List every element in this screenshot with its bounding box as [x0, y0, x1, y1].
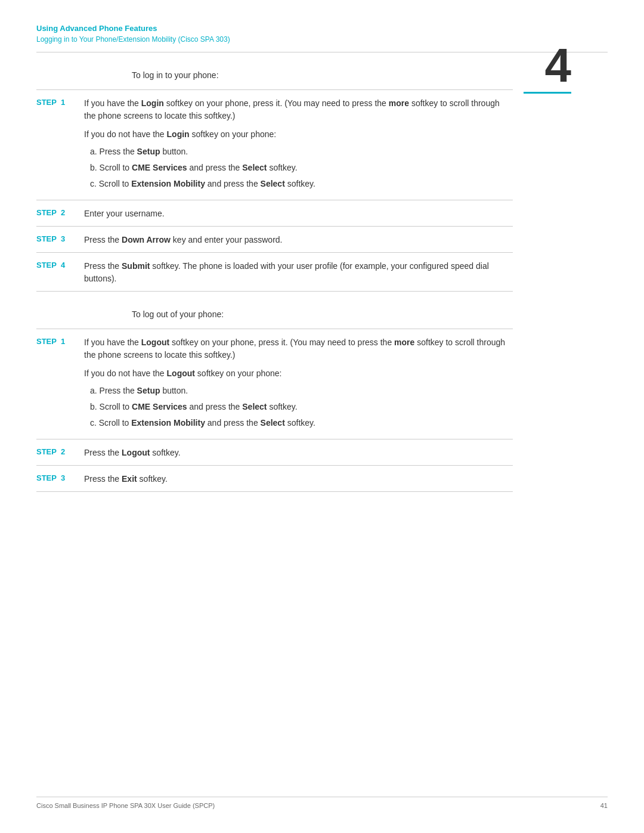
- logout-step-label-2: STEP 2: [36, 447, 84, 456]
- logout-intro: To log out of your phone:: [132, 309, 513, 319]
- logout-step-3: STEP 3 Press the Exit softkey.: [36, 466, 513, 492]
- chapter-number: 4: [524, 42, 571, 89]
- login-step-3-content: Press the Down Arrow key and enter your …: [84, 234, 513, 246]
- page-footer: Cisco Small Business IP Phone SPA 30X Us…: [36, 797, 608, 809]
- login-step-1: STEP 1 If you have the Login softkey on …: [36, 90, 513, 200]
- list-item: Scroll to CME Services and press the Sel…: [90, 401, 513, 413]
- chapter-subtitle: Logging in to Your Phone/Extension Mobil…: [36, 35, 608, 44]
- list-item: Press the Setup button.: [90, 145, 513, 158]
- logout-step-1: STEP 1 If you have the Logout softkey on…: [36, 329, 513, 439]
- section-gap: [36, 292, 513, 309]
- logout-step-1-sublist: Press the Setup button. Scroll to CME Se…: [84, 385, 513, 429]
- logout-step-2-content: Press the Logout softkey.: [84, 447, 513, 459]
- login-step-3: STEP 3 Press the Down Arrow key and ente…: [36, 227, 513, 253]
- chapter-number-block: 4: [524, 42, 571, 94]
- chapter-number-underline: [524, 92, 571, 94]
- logout-step-label-1: STEP 1: [36, 336, 84, 346]
- login-step-2: STEP 2 Enter your username.: [36, 200, 513, 227]
- footer-page-number: 41: [600, 802, 608, 809]
- step-label-4: STEP 4: [36, 260, 84, 270]
- login-step-1-content: If you have the Login softkey on your ph…: [84, 97, 513, 194]
- list-item: Scroll to CME Services and press the Sel…: [90, 162, 513, 174]
- logout-step-2: STEP 2 Press the Logout softkey.: [36, 439, 513, 466]
- logout-step-1-content: If you have the Logout softkey on your p…: [84, 336, 513, 433]
- logout-step-3-content: Press the Exit softkey.: [84, 473, 513, 485]
- login-step-2-content: Enter your username.: [84, 208, 513, 220]
- logout-step-label-3: STEP 3: [36, 473, 84, 482]
- login-step-4-content: Press the Submit softkey. The phone is l…: [84, 260, 513, 285]
- main-content: To log in to your phone: STEP 1 If you h…: [0, 52, 644, 510]
- login-step-1-sublist: Press the Setup button. Scroll to CME Se…: [84, 145, 513, 190]
- step-label-2: STEP 2: [36, 208, 84, 217]
- login-intro: To log in to your phone:: [132, 70, 513, 80]
- list-item: Scroll to Extension Mobility and press t…: [90, 417, 513, 429]
- list-item: Press the Setup button.: [90, 385, 513, 397]
- footer-left-text: Cisco Small Business IP Phone SPA 30X Us…: [36, 802, 215, 809]
- chapter-title: Using Advanced Phone Features: [36, 24, 608, 33]
- login-step-4: STEP 4 Press the Submit softkey. The pho…: [36, 253, 513, 292]
- list-item: Scroll to Extension Mobility and press t…: [90, 178, 513, 190]
- step-label-3: STEP 3: [36, 234, 84, 243]
- page: Using Advanced Phone Features Logging in…: [0, 0, 644, 833]
- page-header: Using Advanced Phone Features Logging in…: [0, 0, 644, 44]
- step-label-1: STEP 1: [36, 97, 84, 107]
